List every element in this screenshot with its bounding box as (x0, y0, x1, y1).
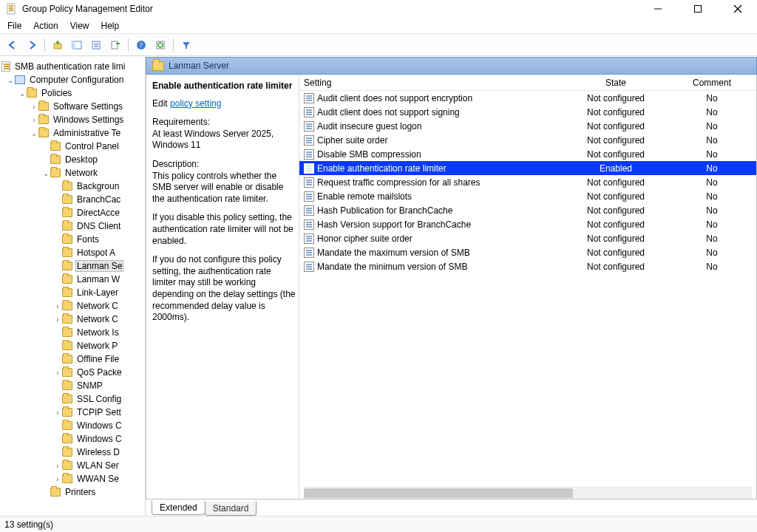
show-hide-tree-button[interactable] (69, 37, 85, 53)
tree-computer-config[interactable]: ⌄ Computer Configuration (0, 73, 145, 86)
menu-help[interactable]: Help (101, 21, 120, 31)
setting-icon (304, 262, 314, 272)
tree-pane[interactable]: SMB authentication rate limi ⌄ Computer … (0, 57, 146, 516)
settings-row[interactable]: Audit client does not support signingNot… (299, 105, 756, 119)
col-setting[interactable]: Setting (299, 78, 564, 88)
setting-comment: No (668, 205, 756, 216)
settings-row[interactable]: Hash Version support for BranchCacheNot … (299, 217, 756, 231)
menu-file[interactable]: File (7, 21, 21, 31)
scroll-thumb[interactable] (304, 488, 573, 498)
expand-icon[interactable]: › (53, 462, 62, 470)
tree-network-item[interactable]: BranchCac (0, 193, 145, 206)
properties-button[interactable] (88, 37, 104, 53)
tree-network-item[interactable]: ›WWAN Se (0, 472, 145, 485)
settings-row[interactable]: Disable SMB compressionNot configuredNo (299, 147, 756, 161)
menu-action[interactable]: Action (33, 21, 58, 31)
tree-label: SSL Config (75, 394, 123, 404)
tree-network-item[interactable]: ›Network C (0, 313, 145, 326)
description-pane: Enable authentication rate limiter Edit … (146, 75, 299, 499)
tree-network-item[interactable]: Link-Layer (0, 286, 145, 299)
expand-icon[interactable]: › (53, 369, 62, 377)
svg-rect-1 (9, 5, 13, 7)
expand-icon[interactable]: › (53, 475, 62, 483)
tree-network-item[interactable]: ›TCPIP Sett (0, 406, 145, 419)
expand-icon[interactable]: › (30, 103, 38, 111)
expand-icon[interactable]: › (53, 316, 62, 324)
svg-rect-8 (54, 44, 61, 49)
tree-label: Network P (75, 341, 119, 351)
tree-network-item[interactable]: ›WLAN Ser (0, 459, 145, 472)
setting-state: Not configured (564, 262, 668, 272)
tree-network-item[interactable]: Wireless D (0, 446, 145, 459)
collapse-icon[interactable]: ⌄ (30, 129, 38, 137)
minimize-button[interactable] (645, 0, 671, 18)
tree-network-item[interactable]: Network P (0, 339, 145, 352)
export-button[interactable] (107, 37, 123, 53)
tree-network-item[interactable]: DirectAcce (0, 206, 145, 219)
tree-label: Link-Layer (75, 287, 120, 298)
settings-row[interactable]: Audit client does not support encryption… (299, 91, 756, 105)
tree-desktop[interactable]: Desktop (0, 153, 145, 166)
tree-control-panel[interactable]: Control Panel (0, 140, 145, 153)
collapse-icon[interactable]: ⌄ (6, 76, 15, 84)
close-button[interactable] (724, 0, 751, 18)
menu-view[interactable]: View (70, 21, 89, 31)
settings-row[interactable]: Request traffic compression for all shar… (299, 175, 756, 189)
edit-policy-link[interactable]: policy setting (170, 98, 221, 109)
list-header[interactable]: Setting State Comment (299, 75, 756, 91)
tree-network-item[interactable]: Lanman W (0, 273, 145, 286)
tree-network[interactable]: ⌄ Network (0, 166, 145, 180)
tree-network-item[interactable]: Fonts (0, 233, 145, 246)
col-state[interactable]: State (564, 78, 668, 88)
expand-icon[interactable]: › (53, 302, 62, 310)
settings-row[interactable]: Enable authentication rate limiterEnable… (299, 161, 756, 175)
help-button[interactable]: ? (133, 37, 149, 53)
tab-extended[interactable]: Extended (152, 501, 206, 515)
tree-admin[interactable]: ⌄ Administrative Te (0, 126, 145, 140)
back-button[interactable] (4, 37, 21, 53)
tree-network-item[interactable]: Backgroun (0, 180, 145, 193)
settings-row[interactable]: Cipher suite orderNot configuredNo (299, 133, 756, 147)
tree-network-item[interactable]: Offline File (0, 352, 145, 366)
tree-printers[interactable]: Printers (0, 485, 145, 499)
tree-policies[interactable]: ⌄ Policies (0, 86, 145, 100)
settings-row[interactable]: Enable remote mailslotsNot configuredNo (299, 189, 756, 203)
filter-button[interactable] (178, 37, 194, 53)
tree-network-item[interactable]: ›QoS Packe (0, 366, 145, 379)
tree-network-item[interactable]: Hotspot A (0, 246, 145, 259)
tree-network-item[interactable]: ›Network C (0, 299, 145, 313)
expand-icon[interactable]: › (53, 409, 62, 417)
forward-button[interactable] (24, 37, 40, 53)
tree-label: DirectAcce (75, 208, 121, 218)
settings-row[interactable]: Audit insecure guest logonNot configured… (299, 119, 756, 133)
tree-windows[interactable]: › Windows Settings (0, 113, 145, 126)
tab-standard[interactable]: Standard (205, 502, 257, 516)
settings-row[interactable]: Mandate the maximum version of SMBNot co… (299, 245, 756, 259)
col-comment[interactable]: Comment (668, 78, 756, 88)
tree-root[interactable]: SMB authentication rate limi (0, 60, 145, 73)
up-button[interactable] (50, 37, 66, 53)
refresh-button[interactable] (152, 37, 169, 53)
maximize-button[interactable] (685, 0, 711, 18)
collapse-icon[interactable]: ⌄ (18, 89, 27, 98)
collapse-icon[interactable]: ⌄ (41, 169, 50, 177)
folder-icon (62, 381, 72, 390)
settings-row[interactable]: Honor cipher suite orderNot configuredNo (299, 231, 756, 245)
horizontal-scrollbar[interactable] (304, 487, 752, 499)
tree-network-item[interactable]: Windows C (0, 419, 145, 432)
setting-comment: No (668, 121, 756, 132)
tree-network-item[interactable]: Network Is (0, 326, 145, 339)
setting-name: Mandate the maximum version of SMB (317, 248, 564, 258)
expand-icon[interactable]: › (30, 116, 38, 124)
tree-network-item[interactable]: DNS Client (0, 219, 145, 233)
tree-network-item[interactable]: Lanman Se (0, 259, 145, 273)
tree-network-item[interactable]: SSL Config (0, 392, 145, 406)
tree-network-item[interactable]: SNMP (0, 379, 145, 392)
setting-name: Audit client does not support encryption (317, 93, 564, 103)
tree-software[interactable]: › Software Settings (0, 100, 145, 113)
folder-icon (62, 328, 72, 337)
settings-row[interactable]: Mandate the minimum version of SMBNot co… (299, 259, 756, 273)
tree-network-item[interactable]: Windows C (0, 432, 145, 446)
list-body[interactable]: Audit client does not support encryption… (299, 91, 756, 487)
settings-row[interactable]: Hash Publication for BranchCacheNot conf… (299, 203, 756, 217)
